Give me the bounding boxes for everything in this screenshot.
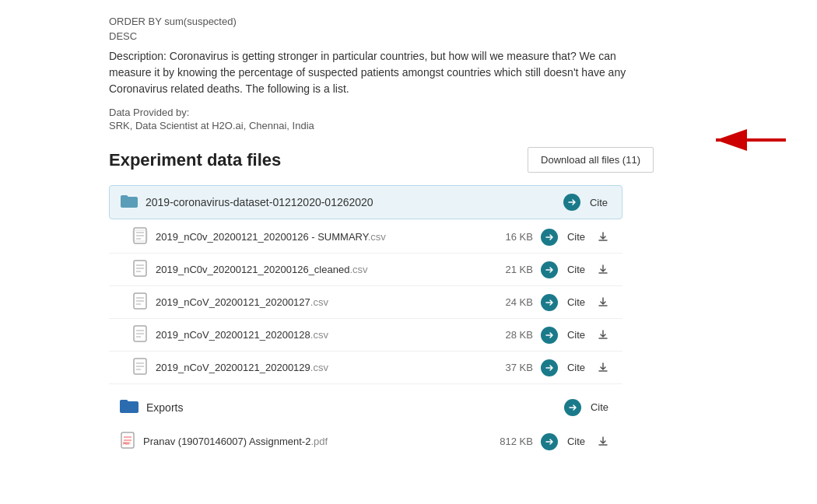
file-name-3: 2019_nCoV_20200121_20200128.csv bbox=[156, 329, 490, 341]
svg-text:PDF: PDF bbox=[123, 441, 131, 446]
file-download-button-3[interactable] bbox=[594, 328, 612, 342]
file-actions-4: Cite bbox=[541, 359, 612, 376]
pdf-file-row: PDF Pranav (19070146007) Assignment-2.pd… bbox=[109, 425, 622, 457]
file-navigate-button-1[interactable] bbox=[541, 261, 558, 278]
file-cite-button-3[interactable]: Cite bbox=[564, 327, 588, 342]
pdf-download-button[interactable] bbox=[594, 435, 612, 449]
file-icon bbox=[132, 260, 148, 279]
data-provided-label: Data Provided by: bbox=[109, 107, 786, 118]
exports-folder-actions: Cite bbox=[564, 399, 612, 416]
pdf-file-size: 812 KB bbox=[490, 436, 533, 447]
file-download-button-4[interactable] bbox=[594, 361, 612, 375]
file-navigate-button-4[interactable] bbox=[541, 359, 558, 376]
arrow-icon bbox=[700, 121, 794, 159]
file-cite-button-1[interactable]: Cite bbox=[564, 262, 588, 277]
section-header: Experiment data files Download all files… bbox=[109, 147, 654, 173]
file-navigate-button-3[interactable] bbox=[541, 327, 558, 344]
file-download-button-2[interactable] bbox=[594, 296, 612, 310]
pdf-file-icon: PDF bbox=[120, 432, 135, 451]
file-cite-button-4[interactable]: Cite bbox=[564, 360, 588, 375]
file-size-1: 21 KB bbox=[490, 264, 533, 275]
file-row: 2019_nCoV_20200121_20200127.csv 24 KB Ci… bbox=[109, 286, 622, 319]
description-block: ORDER BY sum(suspected) DESC Description… bbox=[109, 16, 786, 131]
file-cite-button-2[interactable]: Cite bbox=[564, 295, 588, 310]
desc-label: DESC bbox=[109, 30, 786, 42]
file-row: 2019_nC0v_20200121_20200126 - SUMMARY.cs… bbox=[109, 221, 622, 254]
description-text: Description: Coronavirus is getting stro… bbox=[109, 48, 638, 97]
data-source-text: SRK, Data Scientist at H2O.ai, Chennai, … bbox=[109, 120, 786, 131]
file-size-3: 28 KB bbox=[490, 329, 533, 341]
pdf-navigate-button[interactable] bbox=[541, 433, 558, 450]
exports-folder-name: Exports bbox=[146, 401, 564, 414]
file-icon bbox=[132, 227, 148, 247]
file-name-2: 2019_nCoV_20200121_20200127.csv bbox=[156, 296, 490, 308]
page-container: ORDER BY sum(suspected) DESC Description… bbox=[0, 0, 817, 504]
file-icon bbox=[132, 325, 148, 345]
folder-navigate-button[interactable] bbox=[563, 194, 580, 211]
file-cite-button-0[interactable]: Cite bbox=[564, 229, 588, 244]
exports-navigate-button[interactable] bbox=[564, 399, 581, 416]
section-title: Experiment data files bbox=[109, 150, 281, 170]
pdf-cite-button[interactable]: Cite bbox=[564, 434, 588, 449]
file-row: 2019_nC0v_20200121_20200126_cleaned.csv … bbox=[109, 254, 622, 286]
folder-icon bbox=[121, 194, 138, 211]
file-size-0: 16 KB bbox=[490, 231, 533, 243]
file-size-4: 37 KB bbox=[490, 362, 533, 373]
folder-cite-button[interactable]: Cite bbox=[587, 195, 611, 210]
file-row: 2019_nCoV_20200121_20200128.csv 28 KB Ci… bbox=[109, 319, 622, 352]
header-right: Download all files (11) bbox=[528, 147, 654, 173]
download-all-button[interactable]: Download all files (11) bbox=[528, 147, 654, 173]
pdf-file-actions: Cite bbox=[541, 433, 612, 450]
exports-folder-icon bbox=[120, 398, 139, 416]
folder-actions: Cite bbox=[563, 194, 611, 211]
file-download-button-0[interactable] bbox=[594, 230, 612, 244]
file-actions-1: Cite bbox=[541, 261, 612, 278]
file-name-4: 2019_nCoV_20200121_20200129.csv bbox=[156, 362, 490, 373]
order-by-text: ORDER BY sum(suspected) bbox=[109, 16, 786, 27]
file-icon bbox=[132, 358, 148, 377]
file-download-button-1[interactable] bbox=[594, 263, 612, 277]
file-actions-3: Cite bbox=[541, 327, 612, 344]
file-navigate-button-0[interactable] bbox=[541, 229, 558, 246]
files-container: 2019-coronavirus-dataset-01212020-012620… bbox=[109, 185, 622, 457]
file-navigate-button-2[interactable] bbox=[541, 294, 558, 311]
file-icon bbox=[132, 292, 148, 312]
file-size-2: 24 KB bbox=[490, 296, 533, 308]
file-name-1: 2019_nC0v_20200121_20200126_cleaned.csv bbox=[156, 264, 490, 275]
arrow-annotation bbox=[700, 121, 794, 159]
file-actions-0: Cite bbox=[541, 229, 612, 246]
exports-cite-button[interactable]: Cite bbox=[587, 400, 612, 415]
exports-folder-row: Exports Cite bbox=[109, 390, 622, 424]
file-name-0: 2019_nC0v_20200121_20200126 - SUMMARY.cs… bbox=[156, 231, 490, 243]
pdf-file-name: Pranav (19070146007) Assignment-2.pdf bbox=[143, 436, 490, 447]
file-actions-2: Cite bbox=[541, 294, 612, 311]
main-folder-row: 2019-coronavirus-dataset-01212020-012620… bbox=[109, 185, 622, 219]
file-row: 2019_nCoV_20200121_20200129.csv 37 KB Ci… bbox=[109, 352, 622, 384]
main-folder-name: 2019-coronavirus-dataset-01212020-012620… bbox=[146, 196, 563, 208]
